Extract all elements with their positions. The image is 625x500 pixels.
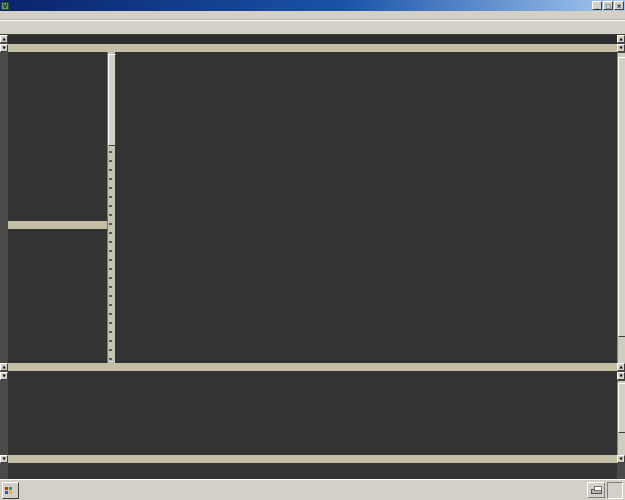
- scrollbar-thumb[interactable]: [108, 54, 116, 146]
- scroll-down-button[interactable]: ▼: [617, 44, 625, 52]
- scroll-down-button[interactable]: ▼: [0, 455, 8, 463]
- code-statusline[interactable]: [115, 363, 617, 371]
- scroll-up-button[interactable]: ▲: [617, 35, 625, 43]
- right-scrollbar-column: ▲ ▼ ▲ ▼ ▼: [617, 35, 625, 479]
- minimize-button[interactable]: _: [592, 1, 602, 10]
- left-scrollbar-column: ▲ ▼ ▲ ▼ ▼: [0, 35, 8, 479]
- code-pane: [115, 52, 617, 363]
- minibufexplorer-statusline[interactable]: [8, 44, 617, 52]
- close-button[interactable]: ×: [614, 1, 624, 10]
- command-line[interactable]: [8, 463, 617, 479]
- titlebar[interactable]: V _ □ ×: [0, 0, 625, 11]
- gvim-window: V _ □ ×: [0, 0, 625, 500]
- scrollbar-track[interactable]: [617, 53, 625, 363]
- scrollbar-thumb[interactable]: [618, 383, 625, 433]
- taglist-pane: [8, 229, 107, 363]
- windows-flag-icon: [5, 487, 12, 494]
- quickfix-statusline[interactable]: [8, 455, 617, 463]
- taskbar: [0, 479, 625, 500]
- scroll-up-button[interactable]: ▲: [0, 363, 8, 371]
- scrollbar-track[interactable]: [617, 381, 625, 455]
- vim-area: ▲ ▼ ▲ ▼ ▼ ▲ ▼ ▲ ▼ ▼: [0, 35, 625, 479]
- scrollbar-thumb[interactable]: [618, 57, 625, 337]
- scroll-down-button[interactable]: ▼: [0, 372, 8, 380]
- scroll-down-button[interactable]: ▼: [617, 372, 625, 380]
- file-list-statusline[interactable]: [8, 221, 107, 229]
- file-explorer-pane: [8, 52, 107, 221]
- scroll-down-button[interactable]: ▼: [0, 44, 8, 52]
- scroll-down-button[interactable]: ▼: [617, 455, 625, 463]
- scroll-up-button[interactable]: ▲: [0, 35, 8, 43]
- menubar: [0, 11, 625, 20]
- system-tray: [607, 482, 623, 499]
- vim-app-icon: V: [1, 2, 9, 10]
- code-window-scrollbar[interactable]: [107, 52, 115, 363]
- start-button[interactable]: [2, 482, 19, 499]
- minibufexplorer-line[interactable]: [8, 35, 617, 44]
- printer-tray-button[interactable]: [587, 482, 605, 498]
- quickfix-pane: [8, 371, 617, 455]
- taglist-statusline[interactable]: [8, 363, 115, 371]
- printer-icon: [591, 489, 602, 494]
- toolbar: [0, 20, 625, 35]
- scroll-up-button[interactable]: ▲: [617, 363, 625, 371]
- restore-button[interactable]: □: [603, 1, 613, 10]
